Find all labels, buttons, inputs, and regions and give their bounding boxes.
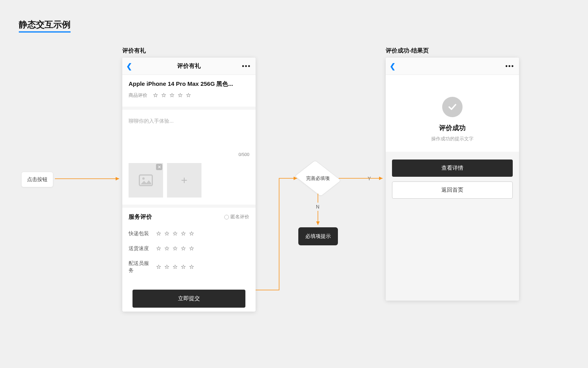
textarea-placeholder: 聊聊你的入手体验... (129, 118, 249, 125)
add-image-button[interactable]: + (167, 163, 201, 198)
star-icon[interactable]: ☆ (169, 92, 174, 99)
validation-toast: 必填项提示 (298, 227, 338, 245)
trigger-button-card[interactable]: 点击按钮 (21, 172, 53, 187)
more-icon[interactable]: ••• (242, 63, 251, 70)
service-row-label: 送货速度 (129, 245, 151, 252)
star-icon[interactable]: ☆ (172, 230, 178, 237)
star-icon[interactable]: ☆ (189, 245, 194, 252)
product-rating-stars[interactable]: ☆ ☆ ☆ ☆ ☆ (153, 92, 191, 99)
review-textarea[interactable]: 聊聊你的入手体验... 0/500 (122, 110, 256, 161)
decision-diamond: 完善必填项 (299, 164, 336, 193)
star-icon[interactable]: ☆ (164, 263, 169, 270)
radio-icon (224, 215, 229, 219)
anonymous-checkbox[interactable]: 匿名评价 (224, 214, 249, 220)
star-icon[interactable]: ☆ (178, 92, 183, 99)
star-icon[interactable]: ☆ (181, 230, 186, 237)
service-rating-stars[interactable]: ☆☆☆☆☆ (156, 245, 194, 252)
star-icon[interactable]: ☆ (164, 230, 169, 237)
service-row-label: 快递包装 (129, 230, 151, 237)
phone-b-section-label: 评价成功-结果页 (386, 47, 519, 54)
close-icon[interactable]: ✕ (156, 164, 162, 170)
star-icon[interactable]: ☆ (186, 92, 191, 99)
service-rating-title: 服务评价 (129, 213, 152, 221)
view-detail-button[interactable]: 查看详情 (392, 160, 513, 177)
phone-b-frame: ❮ ••• 评价成功 操作成功的提示文字 查看详情 返回首页 (386, 58, 519, 301)
navbar: ❮ 评价有礼 ••• (122, 58, 256, 75)
service-row-label: 配送员服务 (129, 260, 151, 274)
char-count: 0/500 (129, 152, 249, 157)
phone-a-section-label: 评价有礼 (122, 47, 256, 54)
navbar: ❮ ••• (386, 58, 519, 75)
product-title: Apple iPhone 14 Pro Max 256G 黑色... (129, 80, 249, 88)
product-rating-label: 商品评价 (129, 92, 147, 99)
service-rating-stars[interactable]: ☆☆☆☆☆ (156, 263, 194, 270)
anonymous-label: 匿名评价 (230, 214, 249, 220)
star-icon[interactable]: ☆ (172, 263, 178, 270)
svg-point-1 (142, 178, 145, 180)
decision-label: 完善必填项 (299, 164, 336, 193)
page-title: 静态交互示例 (19, 19, 71, 33)
image-icon (139, 174, 153, 186)
result-title: 评价成功 (392, 123, 513, 132)
submit-button[interactable]: 立即提交 (132, 290, 245, 308)
service-rating-stars[interactable]: ☆☆☆☆☆ (156, 230, 194, 237)
phone-a-frame: ❮ 评价有礼 ••• Apple iPhone 14 Pro Max 256G … (122, 58, 256, 312)
star-icon[interactable]: ☆ (161, 92, 166, 99)
star-icon[interactable]: ☆ (153, 92, 158, 99)
success-check-icon (442, 97, 463, 117)
star-icon[interactable]: ☆ (156, 245, 161, 252)
star-icon[interactable]: ☆ (164, 245, 169, 252)
star-icon[interactable]: ☆ (189, 230, 194, 237)
branch-yes-label: Y (368, 176, 371, 181)
back-icon[interactable]: ❮ (390, 62, 396, 71)
star-icon[interactable]: ☆ (156, 263, 161, 270)
nav-title: 评价有礼 (177, 62, 201, 70)
star-icon[interactable]: ☆ (172, 245, 178, 252)
back-home-button[interactable]: 返回首页 (392, 181, 513, 199)
uploaded-image-thumb[interactable]: ✕ (129, 163, 163, 198)
branch-no-label: N (316, 204, 319, 210)
back-icon[interactable]: ❮ (126, 62, 132, 71)
star-icon[interactable]: ☆ (156, 230, 161, 237)
more-icon[interactable]: ••• (505, 63, 514, 70)
star-icon[interactable]: ☆ (181, 245, 186, 252)
star-icon[interactable]: ☆ (181, 263, 186, 270)
result-subtitle: 操作成功的提示文字 (392, 136, 513, 142)
star-icon[interactable]: ☆ (189, 263, 194, 270)
